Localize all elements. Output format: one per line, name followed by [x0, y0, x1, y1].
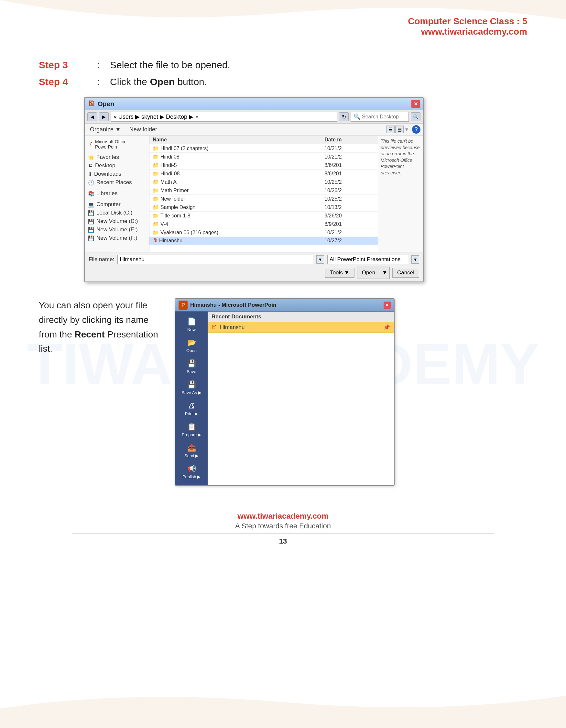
sidebar-item-desktop-label: Desktop — [95, 162, 115, 169]
view-list-button[interactable]: ☰ — [386, 126, 394, 133]
file-name-input[interactable] — [117, 255, 313, 264]
file-date-cell: 10/21/2 — [321, 144, 378, 153]
dialog-close-button[interactable]: ✕ — [411, 100, 420, 108]
sidebar-item-recent-label: Recent Places — [96, 179, 132, 186]
col-name: Name — [150, 136, 321, 144]
sidebar-item-disk-c-label: Local Disk (C:) — [96, 210, 132, 216]
sidebar-item-computer[interactable]: 💻 Computer — [86, 200, 148, 209]
help-button[interactable]: ? — [412, 125, 420, 134]
sidebar-item-downloads-label: Downloads — [94, 171, 121, 177]
file-date-cell: 10/25/2 — [321, 195, 378, 203]
save-icon: 💾 — [187, 359, 196, 368]
sidebar-item-favorites[interactable]: ⭐ Favorites — [86, 153, 148, 161]
cancel-button[interactable]: Cancel — [392, 268, 419, 278]
file-icon: 📁 — [153, 213, 159, 218]
recent-main: Recent Documents 🖻 Himanshu 📌 — [208, 312, 394, 485]
sidebar-item-disk-d[interactable]: 💾 New Volume (D:) — [86, 217, 148, 226]
libraries-icon: 📚 — [88, 191, 94, 197]
sidebar-item-desktop[interactable]: 🖥 Desktop — [86, 161, 148, 170]
page-footer: www.tiwariacademy.com A Step towards fre… — [19, 512, 547, 558]
file-row[interactable]: 📁Hindi-08 8/6/201 — [150, 170, 378, 178]
new-folder-button[interactable]: New folder — [127, 126, 160, 134]
nav-back-button[interactable]: ◀ — [87, 112, 97, 121]
file-icon: 📁 — [153, 179, 159, 185]
file-row[interactable]: 📁Sample Design 10/13/2 — [150, 203, 378, 212]
step3-text: Select the file to be opened. — [110, 60, 230, 71]
file-name-cell: 📁Hindi 08 — [150, 153, 321, 161]
recent-sidebar-open[interactable]: 📂 Open — [175, 335, 208, 356]
open-button-arrow: ▼ — [380, 268, 389, 277]
sidebar-item-recent[interactable]: 🕐 Recent Places — [86, 178, 148, 187]
recent-item-himanshu[interactable]: 🖻 Himanshu 📌 — [208, 322, 394, 333]
sidebar-item-disk-f[interactable]: 💾 New Volume (F:) — [86, 234, 148, 242]
sidebar-item-libraries[interactable]: 📚 Libraries — [86, 189, 148, 198]
nav-refresh-button[interactable]: ↻ — [339, 112, 349, 121]
description-text: You can also open your file directly by … — [39, 298, 162, 356]
file-row[interactable]: 📁Hindi 07 (2 chapters) 10/21/2 — [150, 144, 378, 153]
file-type-dropdown[interactable]: All PowerPoint Presentations — [327, 255, 408, 264]
sidebar-item-downloads[interactable]: ⬇ Downloads — [86, 170, 148, 178]
organize-button[interactable]: Organize ▼ — [87, 126, 124, 134]
recent-sidebar-publish[interactable]: 📢 Publish ▶ — [175, 461, 208, 482]
file-type-dropdown-button[interactable]: ▼ — [411, 255, 419, 264]
file-row[interactable]: 📁Math A 10/25/2 — [150, 178, 378, 186]
sidebar-item-ppt[interactable]: 🖻 Microsoft Office PowerPoin — [86, 138, 148, 150]
sidebar-item-disk-c[interactable]: 💾 Local Disk (C:) — [86, 209, 148, 217]
file-name-dropdown-button[interactable]: ▼ — [316, 255, 324, 264]
recent-sidebar-send[interactable]: 📤 Send ▶ — [175, 440, 208, 461]
file-date-cell: 10/27/2 — [321, 237, 378, 245]
recent-sidebar-prepare[interactable]: 📋 Prepare ▶ — [175, 419, 208, 440]
recent-body: 📄 New 📂 Open 💾 Save 💾 — [175, 312, 394, 485]
file-row[interactable]: 📁V-4 8/9/201 — [150, 220, 378, 228]
step3-label: Step 3 — [39, 60, 97, 71]
preview-text: This file can't be previewed because of … — [381, 138, 420, 175]
footer-website: www.tiwariacademy.com — [19, 512, 547, 521]
new-label: New — [187, 327, 196, 332]
open-dialog: 🖻 Open ✕ ◀ ▶ « Users ▶ skynet ▶ Desktop … — [84, 97, 424, 282]
file-row[interactable]: 🖻Himanshu 10/27/2 — [150, 237, 378, 245]
new-icon: 📄 — [187, 317, 196, 326]
nav-forward-button[interactable]: ▶ — [99, 112, 109, 121]
recent-sidebar-new[interactable]: 📄 New — [175, 314, 208, 335]
file-name-cell: 📁Math Primer — [150, 186, 321, 195]
dialog-toolbar: Organize ▼ New folder ☰ ▤ ▼ ? — [85, 124, 423, 136]
step4-colon: : — [97, 76, 110, 87]
preview-panel: This file can't be previewed because of … — [378, 136, 423, 252]
recent-sidebar-print[interactable]: 🖨 Print ▶ — [175, 398, 208, 419]
recent-close-button[interactable]: ✕ — [383, 302, 391, 309]
file-row[interactable]: 📁Vyakaran 06 (216 pages) 10/21/2 — [150, 228, 378, 237]
sidebar-item-disk-e-label: New Volume (E:) — [96, 226, 138, 233]
search-input[interactable] — [362, 114, 404, 120]
file-row[interactable]: 📁Title com-1-8 9/26/20 — [150, 212, 378, 220]
col-date: Date m — [321, 136, 378, 144]
computer-icon: 💻 — [88, 202, 94, 208]
bottom-section: You can also open your file directly by … — [39, 298, 547, 486]
file-row[interactable]: 📁New folder 10/25/2 — [150, 195, 378, 203]
recent-sidebar-saveas[interactable]: 💾 Save As ▶ — [175, 377, 208, 398]
file-row[interactable]: 📁Hindi-5 8/6/201 — [150, 161, 378, 170]
file-name-cell: 🖻Himanshu — [150, 237, 321, 245]
file-name-cell: 📁V-4 — [150, 220, 321, 228]
dialog-title: 🖻 Open — [88, 100, 114, 108]
search-button[interactable]: 🔍 — [411, 112, 420, 121]
page-header: Computer Science Class : 5 www.tiwariaca… — [19, 10, 547, 40]
file-date-cell: 8/6/201 — [321, 161, 378, 170]
file-row[interactable]: 📁Math Primer 10/26/2 — [150, 186, 378, 195]
step3-colon: : — [97, 60, 110, 71]
dialog-titlebar: 🖻 Open ✕ — [85, 98, 423, 110]
file-name-cell: 📁Vyakaran 06 (216 pages) — [150, 228, 321, 237]
file-row[interactable]: 📁Hindi 08 10/21/2 — [150, 153, 378, 161]
file-panel: Name Date m 📁Hindi 07 (2 chapters) 10/21… — [150, 136, 378, 252]
app-icon: P — [179, 301, 188, 310]
header-website: www.tiwariacademy.com — [19, 27, 527, 37]
view-details-button[interactable]: ▤ — [395, 126, 404, 133]
recent-item-icon: 🖻 — [212, 324, 217, 331]
sidebar-panel: 🖻 Microsoft Office PowerPoin ⭐ Favorites… — [85, 136, 150, 252]
sidebar-item-disk-e[interactable]: 💾 New Volume (E:) — [86, 226, 148, 234]
dialog-body: 🖻 Microsoft Office PowerPoin ⭐ Favorites… — [85, 136, 423, 252]
recent-sidebar-save[interactable]: 💾 Save — [175, 356, 208, 377]
open-button[interactable]: Open ▼ — [357, 267, 390, 279]
footer-row1: File name: ▼ All PowerPoint Presentation… — [89, 255, 419, 264]
recent-section-header: Recent Documents — [208, 312, 394, 322]
tools-button[interactable]: Tools ▼ — [325, 268, 354, 278]
